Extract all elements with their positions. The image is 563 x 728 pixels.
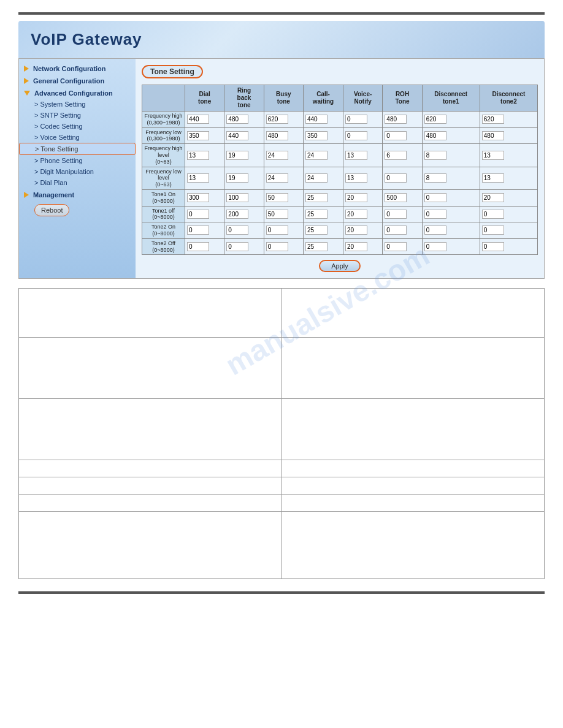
tone-cell-6-4[interactable] (343, 222, 383, 239)
tone-input-3-3[interactable] (305, 173, 327, 183)
tone-input-4-7[interactable] (482, 193, 504, 202)
apply-button[interactable]: Apply (319, 260, 361, 272)
tone-input-3-6[interactable] (424, 173, 446, 183)
tone-input-0-3[interactable] (305, 115, 327, 124)
tone-input-1-1[interactable] (226, 131, 248, 140)
tone-cell-7-5[interactable] (383, 238, 422, 255)
tone-cell-7-0[interactable] (185, 238, 224, 255)
tone-input-5-4[interactable] (345, 210, 367, 219)
tone-cell-3-4[interactable] (343, 167, 383, 189)
tone-input-5-1[interactable] (226, 210, 248, 219)
tone-input-5-2[interactable] (266, 210, 288, 219)
tone-cell-5-3[interactable] (303, 206, 343, 222)
tone-cell-2-2[interactable] (264, 144, 303, 167)
tone-cell-6-7[interactable] (480, 222, 537, 239)
reboot-button[interactable]: Reboot (34, 204, 69, 216)
tone-cell-1-3[interactable] (303, 127, 343, 144)
tone-input-7-6[interactable] (424, 242, 446, 251)
tone-cell-3-7[interactable] (480, 167, 537, 189)
tone-cell-0-1[interactable] (224, 112, 264, 128)
tone-input-3-5[interactable] (385, 173, 407, 183)
tone-cell-7-3[interactable] (303, 238, 343, 255)
tone-cell-0-2[interactable] (264, 112, 303, 128)
tone-input-0-7[interactable] (482, 115, 504, 124)
tone-input-4-5[interactable] (385, 193, 407, 202)
tone-cell-6-1[interactable] (224, 222, 264, 239)
tone-input-0-4[interactable] (345, 115, 367, 124)
tone-input-2-0[interactable] (187, 151, 209, 160)
tone-input-3-2[interactable] (266, 173, 288, 183)
tone-input-4-3[interactable] (305, 193, 327, 202)
tone-input-6-4[interactable] (345, 226, 367, 235)
tone-cell-1-1[interactable] (224, 127, 264, 144)
tone-input-5-0[interactable] (187, 210, 209, 219)
tone-input-6-6[interactable] (424, 226, 446, 235)
tone-cell-3-1[interactable] (224, 167, 264, 189)
tone-cell-4-1[interactable] (224, 189, 264, 206)
sidebar-sub-dialplan[interactable]: > Dial Plan (19, 177, 136, 188)
tone-input-1-3[interactable] (305, 131, 327, 140)
tone-cell-3-2[interactable] (264, 167, 303, 189)
tone-input-1-4[interactable] (345, 131, 367, 140)
tone-cell-3-0[interactable] (185, 167, 224, 189)
tone-input-3-4[interactable] (345, 173, 367, 183)
sidebar-item-network[interactable]: Network Configuration (19, 62, 136, 74)
tone-input-7-5[interactable] (385, 242, 407, 251)
tone-input-2-6[interactable] (424, 151, 446, 160)
tone-input-5-7[interactable] (482, 210, 504, 219)
tone-input-7-1[interactable] (226, 242, 248, 251)
tone-input-0-2[interactable] (266, 115, 288, 124)
tone-input-4-1[interactable] (226, 193, 248, 202)
tone-cell-1-7[interactable] (480, 127, 537, 144)
tone-input-1-5[interactable] (385, 131, 407, 140)
tone-input-3-0[interactable] (187, 173, 209, 183)
sidebar-sub-system[interactable]: > System Setting (19, 99, 136, 110)
tone-input-3-7[interactable] (482, 173, 504, 183)
tone-cell-7-4[interactable] (343, 238, 383, 255)
tone-input-0-0[interactable] (187, 115, 209, 124)
tone-cell-3-3[interactable] (303, 167, 343, 189)
tone-cell-5-2[interactable] (264, 206, 303, 222)
tone-cell-6-2[interactable] (264, 222, 303, 239)
tone-cell-4-0[interactable] (185, 189, 224, 206)
tone-cell-4-5[interactable] (383, 189, 422, 206)
tone-cell-5-1[interactable] (224, 206, 264, 222)
tone-cell-6-5[interactable] (383, 222, 422, 239)
tone-input-6-7[interactable] (482, 226, 504, 235)
tone-cell-4-7[interactable] (480, 189, 537, 206)
tone-input-1-0[interactable] (187, 131, 209, 140)
tone-cell-4-4[interactable] (343, 189, 383, 206)
tone-input-5-5[interactable] (385, 210, 407, 219)
tone-input-7-0[interactable] (187, 242, 209, 251)
tone-cell-0-4[interactable] (343, 112, 383, 128)
sidebar-item-management[interactable]: Management (19, 188, 136, 200)
tone-cell-5-5[interactable] (383, 206, 422, 222)
tone-input-7-3[interactable] (305, 242, 327, 251)
tone-cell-2-7[interactable] (480, 144, 537, 167)
tone-cell-6-6[interactable] (422, 222, 480, 239)
sidebar-sub-voice[interactable]: > Voice Setting (19, 132, 136, 143)
tone-input-7-7[interactable] (482, 242, 504, 251)
tone-input-0-1[interactable] (226, 115, 248, 124)
tone-input-3-1[interactable] (226, 173, 248, 183)
tone-cell-2-4[interactable] (343, 144, 383, 167)
tone-cell-1-4[interactable] (343, 127, 383, 144)
tone-cell-6-0[interactable] (185, 222, 224, 239)
tone-cell-4-6[interactable] (422, 189, 480, 206)
tone-input-2-3[interactable] (305, 151, 327, 160)
tone-input-6-3[interactable] (305, 226, 327, 235)
tone-input-2-7[interactable] (482, 151, 504, 160)
tone-cell-7-2[interactable] (264, 238, 303, 255)
tone-input-2-2[interactable] (266, 151, 288, 160)
sidebar-sub-phone[interactable]: > Phone Setting (19, 155, 136, 166)
tone-input-2-1[interactable] (226, 151, 248, 160)
sidebar-sub-codec[interactable]: > Codec Setting (19, 121, 136, 132)
tone-cell-4-3[interactable] (303, 189, 343, 206)
tone-input-4-4[interactable] (345, 193, 367, 202)
tone-cell-2-6[interactable] (422, 144, 480, 167)
sidebar-sub-sntp[interactable]: > SNTP Setting (19, 110, 136, 121)
tone-input-6-1[interactable] (226, 226, 248, 235)
tone-cell-5-4[interactable] (343, 206, 383, 222)
tone-cell-2-1[interactable] (224, 144, 264, 167)
tone-cell-2-5[interactable] (383, 144, 422, 167)
